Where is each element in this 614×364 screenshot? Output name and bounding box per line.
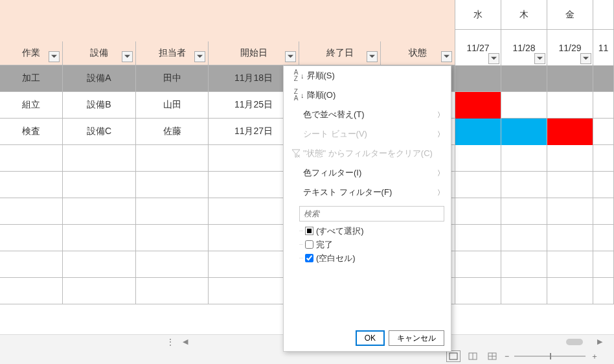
day-header-overflow (593, 0, 614, 30)
sort-descending[interactable]: ZA ↓ 降順(O) (284, 85, 451, 105)
day-header-fri: 金 (547, 0, 593, 30)
cancel-button[interactable]: キャンセル (389, 330, 444, 346)
cell-task[interactable]: 組立 (0, 92, 63, 118)
ok-button[interactable]: OK (356, 330, 385, 346)
cell-person[interactable]: 田中 (136, 65, 209, 91)
checkbox[interactable] (305, 254, 313, 262)
day-header-thu: 木 (501, 0, 547, 30)
svg-rect-2 (449, 353, 457, 359)
gantt-cell[interactable] (547, 65, 593, 92)
filter-select-all[interactable]: ┈ (すべて選択) (299, 224, 444, 238)
sort-ascending[interactable]: AZ ↓ 昇順(S) (284, 66, 451, 85)
day-columns: 水 木 金 11/27 11/28 11/29 11 (455, 0, 614, 65)
filter-button-day3[interactable] (580, 53, 591, 64)
gantt-cell[interactable] (593, 92, 614, 119)
col-header-person: 担当者 (136, 41, 209, 65)
view-page-break-icon[interactable] (485, 350, 499, 362)
sort-by-color[interactable]: 色で並べ替え(T) 〉 (284, 105, 451, 124)
sheet-tab-scroll-dots[interactable]: ⋮ (166, 337, 175, 347)
col-header-state: 状態 (381, 41, 455, 65)
gantt-cell[interactable] (501, 65, 547, 92)
date-header-1: 11/27 (455, 30, 501, 65)
filter-menu-buttons: OK キャンセル (284, 325, 451, 351)
column-header-row: 作業 設備 担当者 開始日 終了日 状態 (0, 41, 455, 65)
filter-option-done[interactable]: ┈ 完了 (299, 238, 444, 251)
chevron-right-icon: 〉 (437, 168, 444, 178)
gantt-cell[interactable] (501, 119, 547, 145)
view-normal-icon[interactable] (446, 350, 460, 362)
gantt-cell[interactable] (547, 119, 593, 145)
filter-search-input[interactable] (299, 206, 444, 222)
scroll-left-icon[interactable]: ◀ (183, 337, 188, 346)
day-header-wed: 水 (455, 0, 501, 30)
scrollbar-thumb[interactable] (566, 339, 583, 345)
chevron-right-icon: 〉 (437, 130, 444, 139)
filter-button-equip[interactable] (122, 51, 133, 62)
gantt-cell[interactable] (455, 119, 501, 145)
chevron-right-icon: 〉 (437, 188, 444, 198)
gantt-cell[interactable] (501, 92, 547, 119)
col-header-start: 開始日 (209, 41, 299, 65)
col-header-equip: 設備 (63, 41, 136, 65)
cell-task[interactable]: 加工 (0, 65, 63, 91)
filter-button-person[interactable] (194, 51, 205, 62)
col-header-end: 終了日 (299, 41, 381, 65)
gantt-cell[interactable] (547, 92, 593, 119)
zoom-out-button[interactable]: − (505, 352, 509, 361)
filter-button-start[interactable] (285, 51, 296, 62)
filter-button-end[interactable] (367, 51, 378, 62)
filter-option-blank[interactable]: ┈ (空白セル) (299, 251, 444, 265)
col-header-task: 作業 (0, 41, 63, 65)
cell-equip[interactable]: 設備C (63, 119, 136, 144)
cell-equip[interactable]: 設備A (63, 65, 136, 91)
filter-value-tree: ┈ (すべて選択) ┈ 完了 ┈ (空白セル) (299, 224, 444, 321)
cell-person[interactable]: 山田 (136, 92, 209, 118)
date-header-2: 11/28 (501, 30, 547, 65)
filter-button-state[interactable] (441, 51, 452, 62)
filter-button-task[interactable] (49, 51, 60, 62)
checkbox[interactable] (305, 240, 313, 249)
cell-task[interactable]: 検査 (0, 119, 63, 144)
clear-filter-icon (289, 149, 303, 158)
cell-person[interactable]: 佐藤 (136, 119, 209, 144)
gantt-cell[interactable] (593, 65, 614, 92)
cell-equip[interactable]: 設備B (63, 92, 136, 118)
zoom-slider[interactable] (514, 356, 586, 357)
text-filter[interactable]: テキスト フィルター(F) 〉 (284, 183, 451, 202)
gantt-cell[interactable] (455, 65, 501, 92)
color-filter[interactable]: 色フィルター(I) 〉 (284, 163, 451, 183)
chevron-right-icon: 〉 (437, 110, 444, 120)
filter-search-box (299, 206, 444, 222)
filter-button-day1[interactable] (488, 53, 499, 64)
date-header-4: 11 (593, 30, 614, 65)
gantt-cell[interactable] (455, 92, 501, 119)
gantt-cell[interactable] (593, 119, 614, 145)
date-header-3: 11/29 (547, 30, 593, 65)
scroll-right-icon[interactable]: ▶ (597, 337, 602, 346)
filter-button-day2[interactable] (534, 53, 545, 64)
view-page-layout-icon[interactable] (466, 350, 480, 362)
sheet-view: シート ビュー(V) 〉 (284, 124, 451, 144)
clear-filter: "状態" からフィルターをクリア(C) (284, 144, 451, 163)
zoom-in-button[interactable]: ＋ (591, 351, 598, 362)
autofilter-menu: AZ ↓ 昇順(S) ZA ↓ 降順(O) 色で並べ替え(T) 〉 シート ビュ… (283, 65, 451, 352)
